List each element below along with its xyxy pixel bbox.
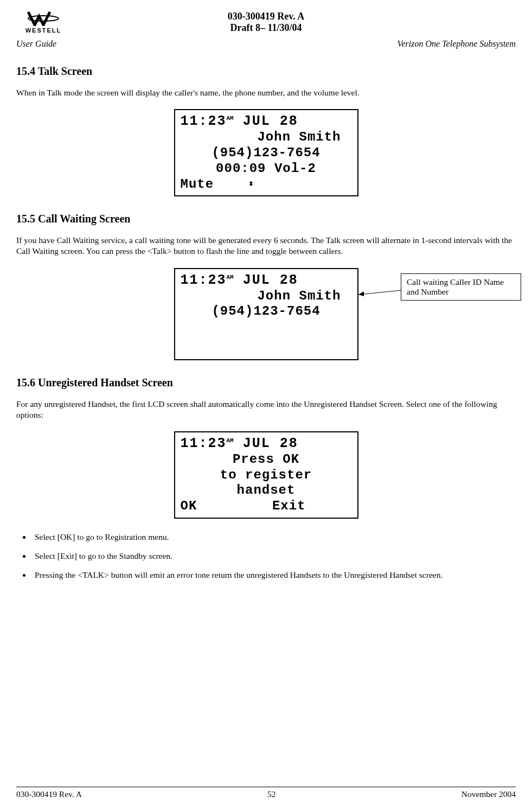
lcd-unregistered-screen: 11:23AM JUL 28 Press OK to register hand… [174,431,358,519]
lcd3-line4: handset [181,483,352,499]
lcd2-timedate: 11:23AM JUL 28 [181,272,352,289]
lcd3-softkey-right: Exit [272,499,306,513]
lcd1-softkeys: Mute ⬍ [181,177,352,193]
lcd1-name: John Smith [181,130,352,145]
lcd2-phone: (954)123-7654 [181,304,352,320]
heading-15-6: 15.6 Unregistered Handset Screen [16,377,516,389]
lcd1-softkey-left: Mute [181,177,214,192]
brand-name: WESTELL [16,27,70,34]
page-footer: 030-300419 Rev. A 52 November 2004 [16,789,516,799]
heading-15-5: 15.5 Call Waiting Screen [16,213,516,225]
up-down-icon: ⬍ [247,179,255,190]
lcd2-date: JUL 28 [243,272,298,288]
body-15-4: When in Talk mode the screen will displa… [16,87,516,98]
brand-logo: WESTELL [16,11,70,34]
lcd3-softkey-left: OK [181,499,197,513]
footer-left: 030-300419 Rev. A [16,789,82,799]
list-item: Select [Exit] to go to the Standby scree… [31,551,516,562]
lcd3-line2: Press OK [181,452,352,468]
lcd2-ampm: AM [227,273,234,280]
page-footer-wrap: 030-300419 Rev. A 52 November 2004 [16,765,516,799]
lcd1-date: JUL 28 [243,113,298,129]
lcd3-date: JUL 28 [243,436,298,451]
body-15-6: For any unregistered Handset, the first … [16,399,516,420]
lcd3-timedate: 11:23AM JUL 28 [181,436,352,452]
lcd2-name: John Smith [181,289,352,304]
logo-mark-icon [16,11,70,27]
list-item: Pressing the <TALK> button will emit an … [31,570,516,581]
header-subrow: User Guide Verizon One Telephone Subsyst… [16,39,516,49]
header-left-label: User Guide [16,39,56,49]
page-header: WESTELL 030-300419 Rev. A Draft 8– 11/30… [16,11,516,49]
callout-box: Call waiting Caller ID Name and Number [401,273,521,301]
draft-line: Draft 8– 11/30/04 [16,22,516,34]
lcd3-softkeys: OK Exit [181,499,352,514]
footer-right: November 2004 [462,789,516,799]
body-15-5: If you have Call Waiting service, a call… [16,235,516,257]
option-list: Select [OK] to go to Registration menu. … [16,532,516,581]
doc-id-block: 030-300419 Rev. A Draft 8– 11/30/04 [16,11,516,34]
doc-id: 030-300419 Rev. A [16,11,516,22]
lcd3-line3: to register [181,468,352,483]
lcd-call-waiting-screen: 11:23AM JUL 28 John Smith (954)123-7654 [174,268,358,360]
lcd3-ampm: AM [227,437,234,444]
page: WESTELL 030-300419 Rev. A Draft 8– 11/30… [0,0,532,810]
lcd3-time: 11:23 [181,436,227,451]
list-item: Select [OK] to go to Registration menu. [31,532,516,543]
footer-rule [16,787,516,787]
lcd1-time: 11:23 [181,113,227,129]
lcd1-duration-vol: 000:09 Vol-2 [181,161,352,177]
lcd2-with-callout: 11:23AM JUL 28 John Smith (954)123-7654 … [16,268,516,360]
header-right-label: Verizon One Telephone Subsystem [398,39,516,49]
lcd1-timedate: 11:23AM JUL 28 [181,113,352,130]
lcd2-time: 11:23 [181,272,227,288]
heading-15-4: 15.4 Talk Screen [16,65,516,78]
svg-marker-2 [358,291,364,296]
footer-page-number: 52 [267,789,276,799]
lcd1-ampm: AM [227,115,234,122]
lcd1-phone: (954)123-7654 [181,145,352,161]
lcd-talk-screen: 11:23AM JUL 28 John Smith (954)123-7654 … [174,109,358,196]
